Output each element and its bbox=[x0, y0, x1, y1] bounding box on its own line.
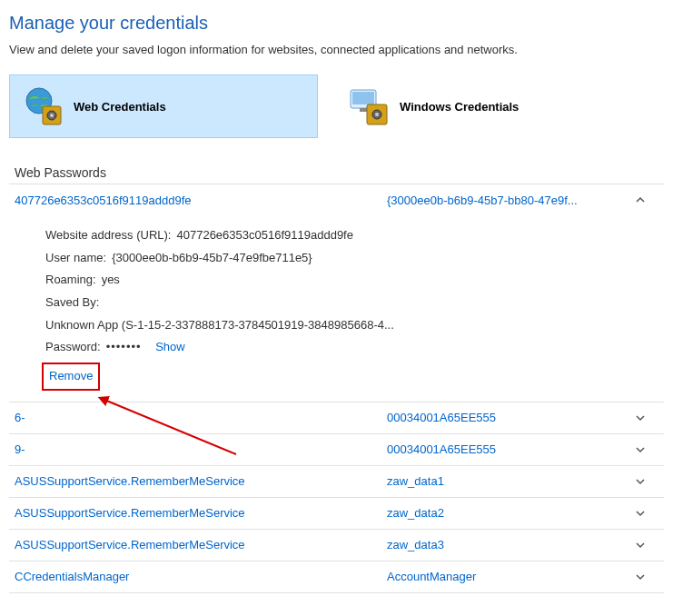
credential-row[interactable]: 9- 00034001A65EE555 bbox=[9, 434, 664, 466]
credential-site: ASUSSupportService.RememberMeService bbox=[15, 506, 378, 520]
chevron-down-icon[interactable] bbox=[632, 473, 648, 490]
detail-roaming-label: Roaming: bbox=[45, 269, 96, 292]
detail-savedby-label: Saved By: bbox=[45, 292, 658, 314]
credential-ident: zaw_data3 bbox=[387, 538, 623, 551]
tab-windows-label: Windows Credentials bbox=[400, 100, 519, 114]
remove-link[interactable]: Remove bbox=[42, 363, 100, 391]
credential-site: CCredentialsManager bbox=[15, 570, 378, 583]
credential-site: ASUSSupportService.RememberMeService bbox=[15, 474, 378, 488]
svg-point-3 bbox=[50, 114, 54, 117]
svg-rect-6 bbox=[360, 108, 367, 112]
section-web-passwords: Web Passwords bbox=[15, 165, 664, 180]
page-subtitle: View and delete your saved logon informa… bbox=[9, 43, 664, 56]
monitor-safe-icon bbox=[347, 84, 391, 128]
detail-roaming-value: yes bbox=[102, 269, 120, 292]
page-title: Manage your credentials bbox=[9, 13, 664, 34]
credential-row[interactable]: ASUSSupportService.RememberMeService zaw… bbox=[9, 498, 664, 530]
chevron-up-icon[interactable] bbox=[632, 192, 648, 208]
credential-ident: AccountManager bbox=[387, 570, 623, 583]
detail-username-value: {3000ee0b-b6b9-45b7-47e9fbe711e5} bbox=[112, 247, 312, 270]
credential-ident: 00034001A65EE555 bbox=[387, 411, 623, 424]
svg-rect-5 bbox=[352, 92, 374, 104]
detail-password-label: Password: bbox=[45, 336, 101, 359]
credential-type-tabs: Web Credentials Windows Credentials bbox=[9, 75, 664, 138]
tab-web-label: Web Credentials bbox=[74, 100, 166, 114]
credentials-list: 407726e6353c0516f9119addd9fe {3000ee0b-b… bbox=[9, 184, 664, 593]
credential-site: ASUSSupportService.RememberMeService bbox=[15, 538, 378, 551]
credential-details: Website address (URL): 407726e6353c0516f… bbox=[9, 215, 664, 402]
credential-row[interactable]: ASUSSupportService.RememberMeService zaw… bbox=[9, 530, 664, 561]
credential-site: 6- bbox=[15, 411, 378, 424]
detail-savedby-value: Unknown App (S-1-15-2-337888173-37845019… bbox=[45, 314, 658, 337]
chevron-down-icon[interactable] bbox=[632, 505, 648, 522]
detail-password-mask: ••••••• bbox=[106, 336, 142, 359]
credential-site: 9- bbox=[15, 442, 378, 456]
tab-windows-credentials[interactable]: Windows Credentials bbox=[336, 75, 645, 138]
credential-row-expanded[interactable]: 407726e6353c0516f9119addd9fe {3000ee0b-b… bbox=[9, 184, 664, 215]
credential-ident: zaw_data2 bbox=[387, 506, 623, 520]
chevron-down-icon[interactable] bbox=[632, 569, 648, 585]
detail-url-value: 407726e6353c0516f9119addd9fe bbox=[176, 224, 352, 247]
show-password-link[interactable]: Show bbox=[155, 336, 185, 359]
credential-ident: zaw_data1 bbox=[387, 474, 623, 488]
credential-ident: 00034001A65EE555 bbox=[387, 442, 623, 456]
svg-point-9 bbox=[375, 113, 379, 116]
credential-site: 407726e6353c0516f9119addd9fe bbox=[15, 194, 378, 207]
credential-ident: {3000ee0b-b6b9-45b7-bb80-47e9f... bbox=[387, 194, 623, 207]
tab-web-credentials[interactable]: Web Credentials bbox=[9, 75, 318, 138]
credential-row[interactable]: CCredentialsManager AccountManager bbox=[9, 561, 664, 593]
chevron-down-icon[interactable] bbox=[632, 410, 648, 426]
credential-row[interactable]: ASUSSupportService.RememberMeService zaw… bbox=[9, 466, 664, 498]
detail-username-label: User name: bbox=[45, 247, 106, 270]
chevron-down-icon[interactable] bbox=[632, 537, 648, 553]
globe-safe-icon bbox=[21, 84, 64, 128]
detail-url-label: Website address (URL): bbox=[45, 224, 171, 247]
credential-row[interactable]: 6- 00034001A65EE555 bbox=[9, 402, 664, 434]
chevron-down-icon[interactable] bbox=[632, 442, 648, 458]
